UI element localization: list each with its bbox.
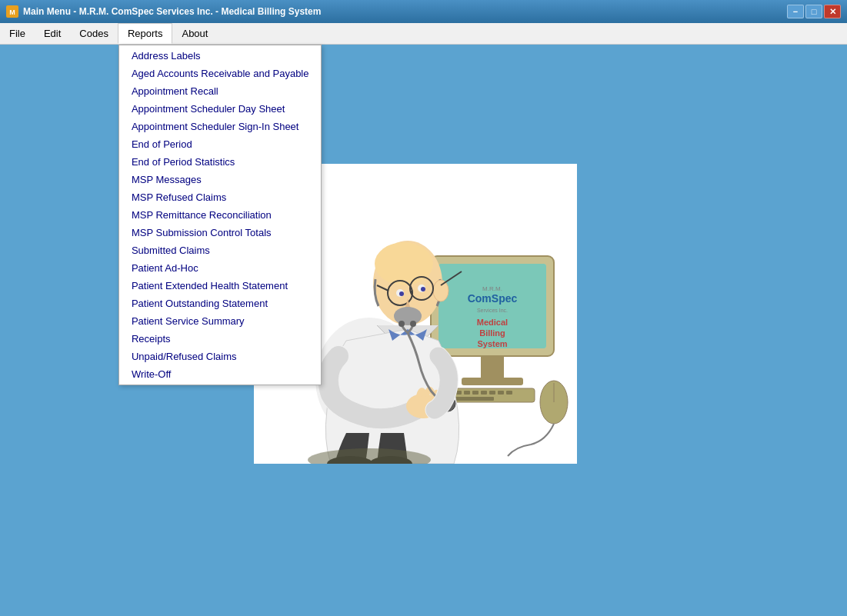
svg-rect-5: [481, 356, 504, 379]
svg-point-37: [399, 291, 404, 296]
menu-edit[interactable]: Edit: [35, 23, 70, 44]
reports-item-msp-remittance[interactable]: MSP Remittance Reconciliation: [119, 206, 322, 224]
reports-item-address-labels[interactable]: Address Labels: [119, 47, 322, 65]
svg-text:Medical: Medical: [477, 318, 508, 327]
svg-text:Services Inc.: Services Inc.: [477, 308, 508, 313]
reports-item-patient-adhoc[interactable]: Patient Ad-Hoc: [119, 259, 322, 277]
svg-line-33: [411, 291, 412, 293]
svg-point-39: [394, 307, 422, 325]
svg-text:System: System: [477, 339, 507, 348]
reports-item-appointment-recall[interactable]: Appointment Recall: [119, 82, 322, 100]
svg-rect-23: [506, 391, 512, 395]
reports-item-unpaid-refused[interactable]: Unpaid/Refused Claims: [119, 348, 322, 365]
reports-item-patient-outstanding[interactable]: Patient Outstanding Statement: [119, 295, 322, 312]
reports-item-end-of-period-statistics[interactable]: End of Period Statistics: [119, 153, 322, 171]
window-title: Main Menu - M.R.M. ComSpec Services Inc.…: [23, 6, 321, 17]
reports-item-end-of-period[interactable]: End of Period: [119, 135, 322, 153]
svg-point-29: [375, 242, 433, 285]
svg-rect-6: [462, 378, 523, 385]
title-bar: M Main Menu - M.R.M. ComSpec Services In…: [0, 0, 847, 23]
reports-item-receipts[interactable]: Receipts: [119, 330, 322, 348]
reports-item-msp-refused-claims[interactable]: MSP Refused Claims: [119, 188, 322, 206]
svg-point-30: [433, 280, 449, 301]
svg-point-42: [410, 321, 416, 327]
svg-text:Billing: Billing: [479, 328, 505, 338]
svg-text:ComSpec: ComSpec: [468, 292, 518, 305]
reports-item-patient-extended-health[interactable]: Patient Extended Health Statement: [119, 277, 322, 295]
svg-rect-18: [464, 391, 470, 395]
menu-reports[interactable]: Reports Address Labels Aged Accounts Rec…: [118, 23, 173, 44]
reports-item-submitted-claims[interactable]: Submitted Claims: [119, 241, 322, 259]
svg-point-41: [398, 321, 405, 327]
menu-bar: File Edit Codes Reports Address Labels A…: [0, 23, 847, 45]
reports-item-msp-submission[interactable]: MSP Submission Control Totals: [119, 224, 322, 241]
svg-text:M.R.M.: M.R.M.: [482, 285, 502, 292]
menu-about[interactable]: About: [172, 23, 217, 44]
minimize-button[interactable]: −: [787, 5, 804, 18]
maximize-button[interactable]: □: [805, 5, 822, 18]
close-button[interactable]: ✕: [824, 5, 841, 18]
svg-point-38: [421, 287, 425, 291]
svg-rect-21: [489, 391, 495, 395]
svg-rect-19: [472, 391, 479, 395]
svg-rect-20: [481, 391, 487, 395]
svg-text:M: M: [9, 8, 15, 16]
reports-item-msp-messages[interactable]: MSP Messages: [119, 171, 322, 188]
reports-item-appointment-sign-in[interactable]: Appointment Scheduler Sign-In Sheet: [119, 118, 322, 135]
menu-file[interactable]: File: [0, 23, 35, 44]
app-icon: M: [6, 5, 18, 18]
reports-item-aged-accounts[interactable]: Aged Accounts Receivable and Payable: [119, 65, 322, 82]
svg-rect-22: [498, 391, 504, 395]
reports-dropdown: Address Labels Aged Accounts Receivable …: [118, 45, 322, 385]
reports-item-write-off[interactable]: Write-Off: [119, 365, 322, 383]
reports-item-appointment-day-sheet[interactable]: Appointment Scheduler Day Sheet: [119, 100, 322, 118]
reports-item-patient-service-summary[interactable]: Patient Service Summary: [119, 312, 322, 330]
menu-codes[interactable]: Codes: [70, 23, 118, 44]
